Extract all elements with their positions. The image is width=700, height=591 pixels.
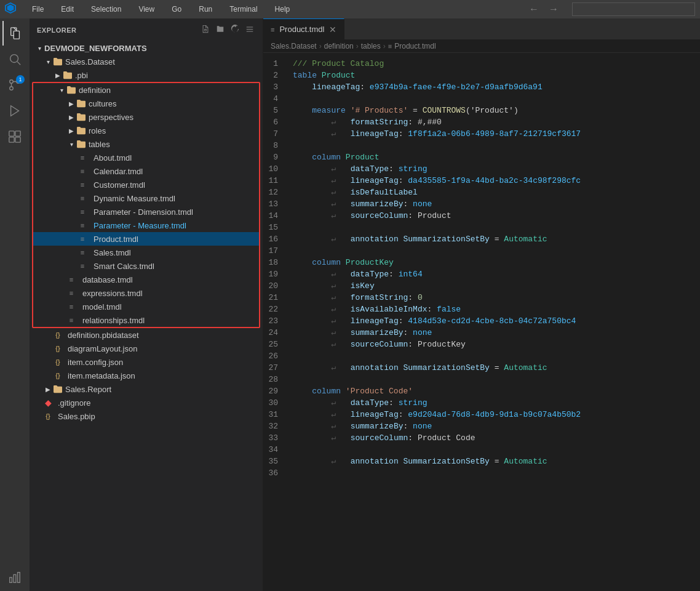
tree-item-about[interactable]: ≡ About.tmdl bbox=[33, 151, 259, 164]
breadcrumb-tables[interactable]: tables bbox=[361, 42, 381, 50]
breadcrumb-sales-dataset[interactable]: Sales.Dataset bbox=[271, 42, 317, 50]
tree-item-gitignore[interactable]: ◆ .gitignore bbox=[30, 396, 263, 409]
tree-item-expressions[interactable]: ≡ expressions.tmdl bbox=[33, 286, 259, 300]
main-layout: 1 EXPLORER bbox=[0, 18, 700, 591]
tree-item-def-pbidataset[interactable]: {} definition.pbidataset bbox=[30, 328, 263, 342]
files-activity-icon[interactable] bbox=[2, 21, 27, 46]
code-editor[interactable]: 1 /// Product Catalog 2 table Product 3 … bbox=[263, 53, 700, 591]
folder-icon-roles bbox=[76, 126, 86, 135]
tree-label-item-config: item.config.json bbox=[68, 358, 123, 367]
tree-label-gitignore: .gitignore bbox=[58, 398, 90, 408]
json-icon-sales-pbip: {} bbox=[43, 411, 53, 421]
new-folder-action[interactable] bbox=[215, 23, 226, 36]
nav-arrows: ← → bbox=[525, 2, 562, 16]
tree-label-pbi: .pbi bbox=[75, 71, 88, 80]
search-activity-icon[interactable] bbox=[2, 47, 27, 71]
svg-line-5 bbox=[17, 62, 20, 65]
menu-view[interactable]: View bbox=[135, 4, 158, 15]
json-icon-item-config: {} bbox=[53, 357, 63, 367]
tree-item-perspectives[interactable]: ▶ perspectives bbox=[33, 110, 259, 124]
tree-item-smart-calcs[interactable]: ≡ Smart Calcs.tmdl bbox=[33, 259, 259, 273]
code-line-21: 21 ↵ formatString: 0 bbox=[263, 292, 700, 304]
back-arrow[interactable]: ← bbox=[525, 2, 543, 16]
breadcrumb-product-tmdl[interactable]: Product.tmdl bbox=[394, 42, 436, 50]
tree-item-sales[interactable]: ≡ Sales.tmdl bbox=[33, 246, 259, 259]
tree-item-tables[interactable]: ▾ tables bbox=[33, 137, 259, 151]
code-line-14: 14 ↵ sourceColumn: Product bbox=[263, 210, 700, 222]
code-line-9: 9 column Product bbox=[263, 151, 700, 163]
code-line-29: 29 column 'Product Code' bbox=[263, 385, 700, 397]
extensions-activity-icon[interactable] bbox=[2, 124, 27, 149]
svg-rect-13 bbox=[15, 137, 20, 142]
file-icon-expressions: ≡ bbox=[66, 288, 76, 298]
breadcrumb-definition[interactable]: definition bbox=[324, 42, 354, 50]
workspace-label: DEVMODE_NEWFORMATS bbox=[44, 44, 147, 53]
code-line-30: 30 ↵ dataType: string bbox=[263, 397, 700, 409]
tree-item-item-config[interactable]: {} item.config.json bbox=[30, 355, 263, 369]
tree-item-param-dim[interactable]: ≡ Parameter - Dimension.tmdl bbox=[33, 205, 259, 219]
tree-label-sales-dataset: Sales.Dataset bbox=[65, 57, 115, 66]
breadcrumb: Sales.Dataset › definition › tables › ≡ … bbox=[263, 40, 700, 53]
code-line-2: 2 table Product bbox=[263, 70, 700, 81]
tree-item-definition[interactable]: ▾ definition bbox=[33, 83, 259, 97]
tree-label-item-metadata: item.metadata.json bbox=[68, 371, 135, 380]
chart-activity-icon[interactable] bbox=[2, 565, 27, 590]
tree-label-definition: definition bbox=[79, 86, 111, 95]
command-search[interactable] bbox=[572, 2, 695, 16]
tree-item-cultures[interactable]: ▶ cultures bbox=[33, 97, 259, 110]
tree-item-dynamic[interactable]: ≡ Dynamic Measure.tmdl bbox=[33, 191, 259, 205]
tree-item-calendar[interactable]: ≡ Calendar.tmdl bbox=[33, 164, 259, 178]
tab-product-tmdl[interactable]: ≡ Product.tmdl ✕ bbox=[263, 18, 344, 40]
code-line-20: 20 ↵ isKey bbox=[263, 280, 700, 292]
tree-item-relationships[interactable]: ≡ relationships.tmdl bbox=[33, 313, 259, 327]
code-line-18: 18 column ProductKey bbox=[263, 257, 700, 268]
tree-label-calendar: Calendar.tmdl bbox=[93, 167, 143, 176]
file-icon-database: ≡ bbox=[66, 275, 76, 284]
tree-item-sales-dataset[interactable]: ▾ Sales.Dataset bbox=[30, 55, 263, 68]
tree-item-roles[interactable]: ▶ roles bbox=[33, 124, 259, 137]
tree-label-dynamic: Dynamic Measure.tmdl bbox=[93, 194, 175, 203]
tree-label-roles: roles bbox=[89, 126, 106, 135]
tree-item-customer[interactable]: ≡ Customer.tmdl bbox=[33, 178, 259, 191]
menu-file[interactable]: File bbox=[28, 4, 47, 15]
menu-help[interactable]: Help bbox=[271, 4, 294, 15]
code-line-31: 31 ↵ lineageTag: e9d204ad-76d8-4db9-9d1a… bbox=[263, 409, 700, 420]
tree-item-database[interactable]: ≡ database.tmdl bbox=[33, 273, 259, 286]
tree-item-model[interactable]: ≡ model.tmdl bbox=[33, 300, 259, 313]
file-icon-customer: ≡ bbox=[78, 180, 87, 190]
tree-label-sales-report: Sales.Report bbox=[65, 385, 111, 394]
forward-arrow[interactable]: → bbox=[545, 2, 562, 16]
new-file-action[interactable] bbox=[200, 23, 211, 36]
sidebar: EXPLORER bbox=[30, 18, 263, 591]
code-line-5: 5 measure '# Products' = COUNTROWS('Prod… bbox=[263, 105, 700, 116]
tree-item-sales-report[interactable]: ▶ Sales.Report bbox=[30, 382, 263, 396]
file-icon-param-measure: ≡ bbox=[78, 220, 87, 230]
tree-label-product: Product.tmdl bbox=[93, 235, 138, 244]
folder-icon-pbi bbox=[63, 70, 73, 80]
tree-item-product[interactable]: ≡ Product.tmdl bbox=[33, 232, 259, 246]
tree-item-param-measure[interactable]: ≡ Parameter - Measure.tmdl bbox=[33, 219, 259, 232]
tree-item-diagramlayout[interactable]: {} diagramLayout.json bbox=[30, 342, 263, 355]
workspace-root[interactable]: ▾ DEVMODE_NEWFORMATS bbox=[30, 41, 263, 55]
collapse-all-action[interactable] bbox=[244, 23, 255, 36]
tab-close-product[interactable]: ✕ bbox=[329, 25, 336, 34]
folder-icon-tables bbox=[76, 139, 86, 149]
code-line-19: 19 ↵ dataType: int64 bbox=[263, 268, 700, 280]
source-control-activity-icon[interactable]: 1 bbox=[2, 73, 27, 97]
tree-item-item-metadata[interactable]: {} item.metadata.json bbox=[30, 369, 263, 382]
menu-go[interactable]: Go bbox=[168, 4, 185, 15]
code-line-10: 10 ↵ dataType: string bbox=[263, 163, 700, 175]
svg-marker-1 bbox=[7, 5, 14, 12]
menu-run[interactable]: Run bbox=[195, 4, 216, 15]
menu-selection[interactable]: Selection bbox=[87, 4, 125, 15]
refresh-action[interactable] bbox=[229, 23, 241, 36]
tree-item-pbi[interactable]: ▶ .pbi bbox=[30, 68, 263, 82]
file-icon-relationships: ≡ bbox=[66, 315, 76, 325]
folder-icon-perspectives bbox=[76, 112, 86, 122]
code-line-23: 23 ↵ lineageTag: 4184d53e-cd2d-4cbe-8cb-… bbox=[263, 315, 700, 327]
menu-edit[interactable]: Edit bbox=[57, 4, 78, 15]
menu-terminal[interactable]: Terminal bbox=[226, 4, 261, 15]
run-debug-activity-icon[interactable] bbox=[2, 98, 27, 123]
tree-item-sales-pbip[interactable]: {} Sales.pbip bbox=[30, 409, 263, 423]
tree-label-model: model.tmdl bbox=[82, 302, 122, 312]
